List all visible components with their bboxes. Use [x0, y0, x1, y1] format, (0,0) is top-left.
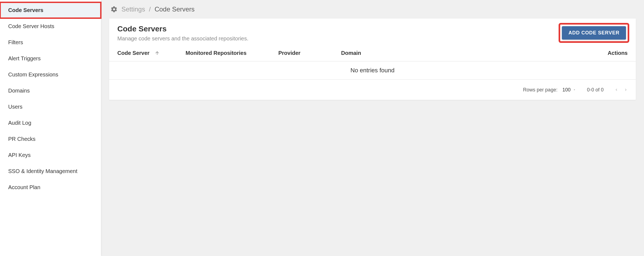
rows-per-page-select[interactable]: 100 [562, 87, 576, 93]
sidebar-item-account-plan[interactable]: Account Plan [0, 179, 101, 195]
column-header-actions: Actions [418, 50, 628, 56]
sidebar-item-label: Audit Log [8, 120, 31, 126]
sidebar-item-custom-expressions[interactable]: Custom Expressions [0, 67, 101, 83]
column-header-label: Actions [608, 50, 628, 56]
sidebar-item-label: API Keys [8, 152, 31, 158]
column-header-code-server[interactable]: Code Server [117, 50, 186, 56]
rows-per-page-control: Rows per page: 100 [523, 87, 576, 93]
sidebar-item-label: Custom Expressions [8, 72, 58, 78]
pagination-next-button[interactable] [624, 87, 628, 93]
code-servers-card: Code Servers Manage code servers and the… [109, 19, 636, 100]
column-header-label: Code Server [117, 50, 150, 56]
sidebar-item-label: SSO & Identity Management [8, 168, 77, 174]
table-footer: Rows per page: 100 0-0 of 0 [109, 80, 636, 100]
sidebar-item-label: Account Plan [8, 184, 40, 190]
breadcrumb-current: Code Servers [154, 5, 195, 13]
breadcrumb-separator: / [149, 5, 151, 13]
sidebar-item-pr-checks[interactable]: PR Checks [0, 131, 101, 147]
sidebar-item-code-server-hosts[interactable]: Code Server Hosts [0, 18, 101, 34]
card-header: Code Servers Manage code servers and the… [109, 19, 636, 47]
sidebar-item-filters[interactable]: Filters [0, 34, 101, 50]
column-header-label: Monitored Repositories [186, 50, 246, 56]
rows-per-page-label: Rows per page: [523, 87, 557, 93]
sidebar-item-code-servers[interactable]: Code Servers [0, 2, 101, 18]
sidebar-item-api-keys[interactable]: API Keys [0, 147, 101, 163]
sidebar-item-label: Domains [8, 88, 30, 94]
gear-icon [111, 6, 118, 13]
sidebar-item-label: Code Server Hosts [8, 23, 54, 29]
column-header-monitored-repositories[interactable]: Monitored Repositories [186, 50, 278, 56]
page-title: Code Servers [117, 25, 248, 33]
sidebar-item-label: Filters [8, 39, 23, 45]
sidebar-item-label: PR Checks [8, 136, 35, 142]
sidebar-item-audit-log[interactable]: Audit Log [0, 115, 101, 131]
column-header-label: Provider [278, 50, 300, 56]
sidebar-item-sso-identity-management[interactable]: SSO & Identity Management [0, 163, 101, 179]
page-subtitle: Manage code servers and the associated r… [117, 35, 248, 42]
add-code-server-button[interactable]: ADD CODE SERVER [562, 26, 626, 40]
pagination-nav [615, 87, 628, 93]
sidebar-item-label: Users [8, 104, 22, 110]
table-empty-message: No entries found [109, 61, 636, 80]
pagination-range: 0-0 of 0 [587, 87, 604, 93]
column-header-domain[interactable]: Domain [341, 50, 418, 56]
sidebar-item-alert-triggers[interactable]: Alert Triggers [0, 50, 101, 67]
breadcrumb-root[interactable]: Settings [121, 5, 145, 13]
rows-per-page-value: 100 [562, 87, 571, 93]
sidebar-item-label: Alert Triggers [8, 55, 41, 61]
breadcrumb: Settings / Code Servers [111, 5, 636, 13]
sidebar-item-users[interactable]: Users [0, 99, 101, 115]
sort-ascending-icon [154, 50, 160, 56]
dropdown-arrow-icon [573, 88, 576, 91]
pagination-prev-button[interactable] [615, 87, 618, 93]
add-button-highlight: ADD CODE SERVER [560, 25, 628, 41]
column-header-label: Domain [341, 50, 361, 56]
sidebar-item-label: Code Servers [8, 7, 43, 13]
main-content: Settings / Code Servers Code Servers Man… [101, 0, 644, 256]
table-header-row: Code Server Monitored Repositories Provi… [109, 47, 636, 61]
settings-sidebar: Code Servers Code Server Hosts Filters A… [0, 0, 101, 256]
sidebar-item-domains[interactable]: Domains [0, 83, 101, 99]
column-header-provider[interactable]: Provider [278, 50, 341, 56]
